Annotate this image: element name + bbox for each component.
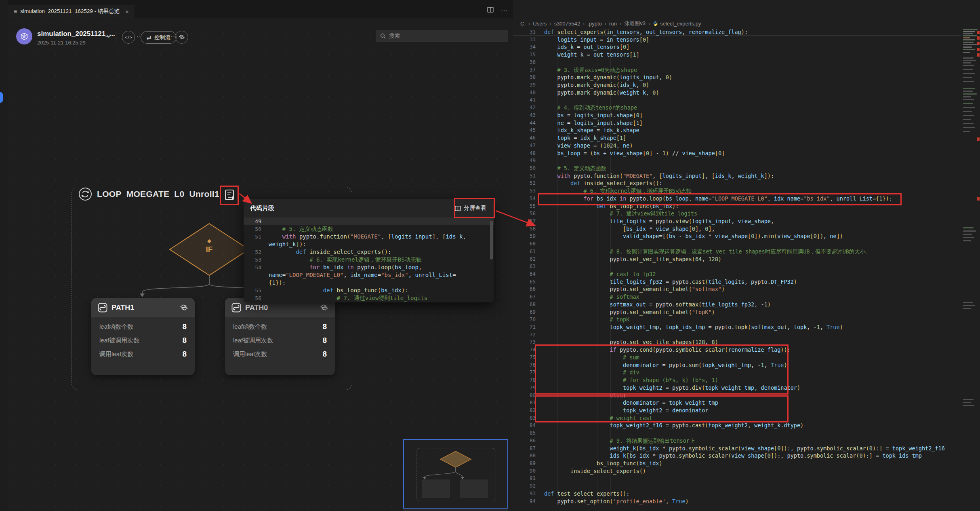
code-line: 70 # topK <box>513 316 961 323</box>
minimap-mark <box>963 77 972 78</box>
code-text <box>544 331 547 339</box>
code-text: def select_experts(in_tensors, out_tenso… <box>544 28 748 36</box>
stat-row: leaf函数个数 8 <box>91 317 195 331</box>
editor-minimap[interactable] <box>961 28 980 511</box>
stat-label: leaf函数个数 <box>99 323 133 331</box>
stacked-layers-icon[interactable] <box>320 303 328 312</box>
code-line: 48 bs_loop = (bs + view_shape[0] - 1) //… <box>513 150 961 157</box>
code-line: 87 weight_k[bs_idx * pypto.symbolic_scal… <box>513 445 961 452</box>
code-line: 51 with pypto.function("MOEGATE", [logit… <box>513 172 961 180</box>
code-text: softmax_out = pypto.softmax(tile_logits_… <box>544 301 771 308</box>
stat-value: 8 <box>322 322 327 331</box>
minimap-mark <box>963 240 971 241</box>
code-view-button[interactable]: </> <box>122 31 135 44</box>
stacked-layers-icon <box>179 34 185 40</box>
line-number: 53 <box>244 256 261 264</box>
code-line: 66 pypto.set_semantic_label("softmax") <box>513 285 961 293</box>
layers-view-button[interactable] <box>175 31 188 44</box>
minimap-mark <box>963 62 971 63</box>
path1-card[interactable]: PATH1 leaf函数个数 8 leaf被调用次数 8 调用leaf次数 8 <box>91 298 195 375</box>
code-line: 89 bs_loop_func(bs_idx) <box>513 460 961 467</box>
code-line: 59 valid_shape=[(bs - bs_idx * view_shap… <box>513 232 961 240</box>
code-text: idx_k_shape = ids_k.shape <box>544 127 639 134</box>
stat-row: leaf被调用次数 8 <box>225 331 335 345</box>
breadcrumb-item[interactable]: select_experts.py <box>653 21 701 27</box>
minimap-mark <box>963 119 971 120</box>
stat-value: 8 <box>322 336 327 345</box>
breadcrumb-item[interactable]: C: <box>520 21 526 27</box>
minimap-mark <box>963 96 971 97</box>
code-slash-icon: </> <box>125 35 132 40</box>
line-number: 80 <box>513 392 536 399</box>
popup-code-block[interactable]: 49 50 # 5. 定义动态函数51 with pypto.function(… <box>244 217 494 302</box>
code-text: # softmax <box>544 293 639 301</box>
code-text: with pypto.function("MOEGATE", [logits_i… <box>269 233 487 248</box>
code-snippet-icon[interactable] <box>224 189 235 201</box>
code-text: tile_logits = pypto.view(logits_input, v… <box>544 217 774 225</box>
close-icon[interactable]: × <box>125 8 129 15</box>
code-line: 62 pypto.set_vec_tile_shapes(64, 128) <box>513 256 961 263</box>
stat-value: 8 <box>182 336 187 345</box>
breadcrumb[interactable]: C:›Users›s30075542›.pypto›run›泳道图v3›sele… <box>520 19 701 28</box>
breadcrumb-item[interactable]: s30075542 <box>554 21 580 27</box>
minimap-mark <box>963 91 973 92</box>
overview-ruler-mark <box>977 53 980 57</box>
code-line: 71 topk_weight_tmp, topk_ids_tmp = pypto… <box>513 323 961 331</box>
line-number: 63 <box>513 263 536 270</box>
popup-scrollbar[interactable] <box>490 221 493 260</box>
stacked-layers-icon[interactable] <box>179 303 188 312</box>
route-path-icon <box>98 303 107 313</box>
code-text: # 3. 设置axis=0为动态shape <box>544 66 637 74</box>
simulation-title[interactable]: simulation_20251121_... <box>37 30 115 38</box>
code-line: 49 <box>244 217 494 225</box>
line-number: 56 <box>244 294 261 302</box>
path0-card[interactable]: PATH0 leaf函数个数 8 leaf被调用次数 8 调用leaf次数 8 <box>225 298 335 375</box>
line-number: 72 <box>513 331 536 339</box>
line-number: 91 <box>513 475 536 482</box>
search-placeholder: 搜索 <box>389 32 400 40</box>
zoom-toolbar[interactable]: 125% + <box>403 509 508 511</box>
code-line: 94 pypto.set_option('profile_enable', Tr… <box>513 498 961 505</box>
code-editor-content[interactable]: 31def select_experts(in_tensors, out_ten… <box>513 28 961 511</box>
line-number: 54 <box>513 195 536 203</box>
if-node-label: IF <box>169 245 250 254</box>
search-input[interactable]: 搜索 <box>376 30 508 42</box>
activity-bar[interactable] <box>0 0 8 511</box>
minimap-mark <box>963 227 974 228</box>
chevron-down-icon[interactable] <box>106 32 111 40</box>
minimap-mark <box>963 402 971 403</box>
split-editor-icon[interactable] <box>487 6 494 15</box>
code-text: ne = logits_input.shape[1] <box>544 119 643 127</box>
line-number: 71 <box>513 323 536 331</box>
breadcrumb-separator: › <box>583 21 585 27</box>
breadcrumb-item[interactable]: run <box>609 21 617 27</box>
overview-ruler-mark <box>977 31 980 34</box>
line-number: 33 <box>513 36 536 44</box>
code-text <box>269 217 487 225</box>
code-line: 50 # 5. 定义动态函数 <box>244 225 494 233</box>
tab-simulation-overview[interactable]: ≡ simulation_20251121_162529 - 结果总览 × <box>8 5 135 18</box>
more-actions-icon[interactable]: ⋯ <box>501 7 507 15</box>
code-text <box>544 429 547 437</box>
path1-title: PATH1 <box>111 304 175 312</box>
line-number: 60 <box>513 240 536 248</box>
breadcrumb-item[interactable]: 泳道图v3 <box>624 20 646 27</box>
line-number: 83 <box>513 414 536 422</box>
breadcrumb-item[interactable]: .pypto <box>587 21 601 27</box>
code-text: # 5. 定义动态函数 <box>269 225 487 233</box>
code-line: 35 weight_k = out_tensors[1] <box>513 51 961 59</box>
breadcrumb-item[interactable]: Users <box>533 21 547 27</box>
line-number: 58 <box>513 225 536 233</box>
code-line: 42 # 4. 得到动态tensor的shape <box>513 104 961 112</box>
loop-group-header[interactable]: LOOP_MOEGATE_L0_Unroll1 <box>75 184 225 204</box>
code-line: 91 <box>513 475 961 482</box>
code-line: 69 pypto.set_semantic_label("topK") <box>513 308 961 316</box>
diagram-minimap[interactable] <box>403 439 508 509</box>
code-text: valid_shape=[(bs - bs_idx * view_shape[0… <box>544 232 843 240</box>
code-text: def test_select_experts(): <box>544 490 629 498</box>
code-text: inside_select_experts() <box>544 467 646 475</box>
code-text: # 7. 通过view得到tile_logits <box>269 294 487 302</box>
code-line: 52 def inside_select_experts(): <box>244 248 494 256</box>
line-number: 85 <box>513 429 536 437</box>
breadcrumb-label: 泳道图v3 <box>624 20 646 27</box>
